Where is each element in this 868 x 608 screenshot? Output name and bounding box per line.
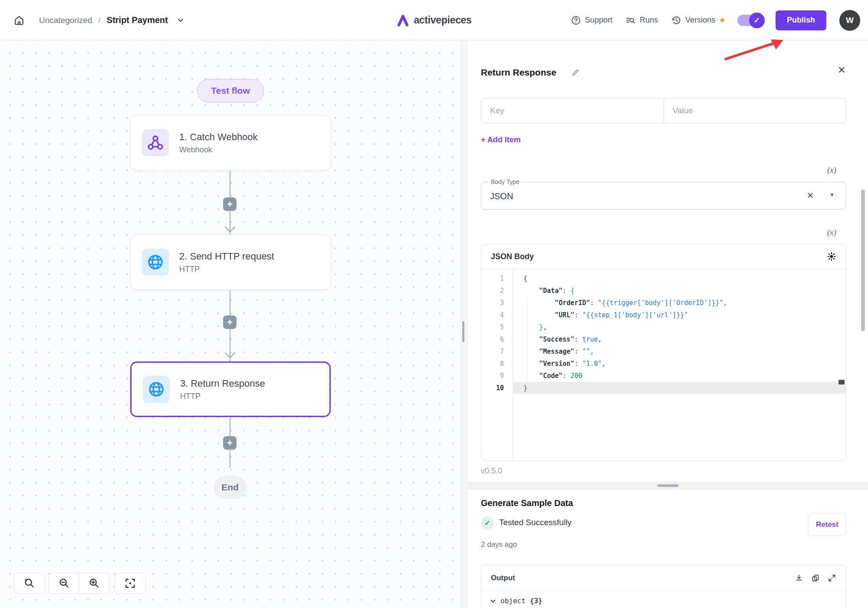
versions-unpublished-dot (720, 18, 724, 22)
arrowhead-icon (224, 226, 236, 233)
ai-sparkle-icon[interactable] (827, 252, 836, 261)
code-gutter: 12345678910 (481, 269, 513, 460)
breadcrumb: Uncategorized / Stript Payment (10, 0, 184, 40)
dynamic-value-icon[interactable]: (x) (827, 165, 836, 175)
output-tree-root[interactable]: object {3} (490, 597, 542, 605)
zoom-reset-button[interactable] (14, 573, 45, 594)
edit-name-icon[interactable] (571, 68, 580, 77)
fit-view-icon (124, 577, 136, 589)
versions-label: Versions (685, 16, 715, 25)
fit-view-button[interactable] (115, 573, 146, 594)
step-subtitle: HTTP (179, 265, 274, 274)
json-body-editor: JSON Body 12345678910 { "Data": { "Order… (481, 244, 846, 461)
body-type-select[interactable]: Body Type JSON ✕ ▾ (481, 178, 846, 210)
panel-resize-handle-icon (462, 321, 464, 342)
output-label: Output (491, 574, 515, 582)
top-bar-actions: Support Runs Versions ✓ Publish W (571, 0, 860, 40)
step-title: 1. Catch Webhook (179, 131, 258, 143)
add-step-button-2[interactable]: + (223, 316, 237, 329)
body-type-label: Body Type (488, 178, 522, 185)
home-icon (13, 15, 25, 26)
runs-link[interactable]: Runs (625, 15, 658, 26)
globe-icon (146, 253, 164, 271)
piece-version: v0.5.0 (481, 467, 502, 476)
step-subtitle: Webhook (179, 145, 258, 154)
zoom-out-icon (58, 577, 70, 589)
toggle-check-icon: ✓ (749, 13, 765, 28)
value-input[interactable] (664, 99, 846, 123)
tree-node-type: object (500, 597, 526, 605)
copy-icon (811, 574, 820, 582)
app-root: Uncategorized / Stript Payment activepie… (0, 0, 868, 608)
step-title: 3. Return Response (180, 378, 265, 389)
brand: activepieces (396, 0, 471, 40)
step-settings-panel: Return Response ✕ + Add Item (x) Body Ty… (468, 40, 868, 608)
versions-link[interactable]: Versions (671, 15, 715, 26)
key-input[interactable] (481, 99, 664, 123)
top-bar: Uncategorized / Stript Payment activepie… (0, 0, 868, 40)
add-item-link[interactable]: + Add Item (481, 135, 521, 145)
zoom-out-button[interactable] (49, 573, 79, 593)
zoom-reset-icon (23, 577, 36, 589)
runs-search-icon (625, 15, 636, 26)
add-step-button-1[interactable]: + (223, 197, 237, 211)
headers-key-value-row (481, 98, 846, 123)
help-circle-icon (571, 15, 581, 26)
dynamic-value-icon[interactable]: (x) (827, 228, 836, 237)
breadcrumb-category[interactable]: Uncategorized (39, 16, 92, 25)
step-card-catch-webhook[interactable]: 1. Catch Webhook Webhook (130, 115, 331, 171)
select-caret-icon[interactable]: ▾ (830, 191, 834, 199)
indent-guide (527, 297, 528, 382)
body-type-value: JSON (490, 191, 513, 201)
breadcrumb-separator: / (99, 16, 101, 25)
download-output-button[interactable] (795, 574, 803, 582)
webhook-icon (147, 134, 164, 151)
flow-enabled-toggle[interactable]: ✓ (737, 15, 763, 26)
test-timestamp: 2 days ago (481, 540, 517, 549)
zoom-in-icon (88, 577, 100, 589)
generate-sample-data-heading: Generate Sample Data (481, 498, 573, 508)
chevron-down-icon (177, 16, 184, 24)
home-button[interactable] (10, 12, 28, 29)
panel-splitter[interactable] (468, 482, 868, 490)
avatar[interactable]: W (839, 10, 860, 31)
panel-resize-gutter[interactable] (460, 40, 468, 608)
brand-name: activepieces (414, 14, 471, 26)
splitter-handle-icon (658, 484, 678, 487)
clear-selection-icon[interactable]: ✕ (807, 191, 814, 200)
add-step-button-3[interactable]: + (223, 436, 237, 450)
test-status: Tested Successfully (499, 518, 572, 527)
code-lines[interactable]: { "Data": { "OrderID": "{{trigger['body'… (513, 269, 846, 460)
support-link[interactable]: Support (571, 15, 612, 26)
globe-icon (147, 380, 165, 398)
support-label: Support (585, 16, 612, 25)
arrowhead-icon (224, 352, 236, 358)
brand-logo-icon (396, 14, 409, 27)
step-card-send-http[interactable]: 2. Send HTTP request HTTP (130, 234, 331, 290)
publish-button[interactable]: Publish (776, 10, 826, 30)
success-check-icon: ✓ (481, 516, 494, 529)
retest-button[interactable]: Retest (808, 513, 846, 536)
output-card: Output object {3} (481, 565, 846, 608)
expand-output-button[interactable] (828, 574, 836, 582)
step-subtitle: HTTP (180, 392, 265, 401)
history-icon (671, 15, 681, 26)
test-flow-button[interactable]: Test flow (197, 79, 264, 102)
flow-menu-button[interactable] (177, 16, 184, 24)
close-panel-button[interactable]: ✕ (838, 65, 845, 76)
flow-name[interactable]: Stript Payment (107, 15, 168, 25)
zoom-in-button[interactable] (79, 573, 109, 593)
tree-node-count: {3} (530, 597, 542, 605)
expand-icon (828, 574, 836, 582)
panel-scrollbar-thumb[interactable] (861, 190, 865, 331)
editor-scrollbar-thumb[interactable] (838, 380, 845, 385)
runs-label: Runs (640, 16, 658, 25)
chevron-down-icon (490, 598, 496, 604)
download-icon (795, 574, 803, 582)
copy-output-button[interactable] (811, 574, 820, 582)
step-card-return-response[interactable]: 3. Return Response HTTP (130, 362, 331, 417)
step-title: 2. Send HTTP request (179, 251, 274, 262)
json-body-label: JSON Body (491, 252, 534, 261)
flow-canvas[interactable]: Test flow 1. Catch Webhook Webhook + 2. … (0, 40, 460, 608)
zoom-button-group (49, 573, 109, 594)
